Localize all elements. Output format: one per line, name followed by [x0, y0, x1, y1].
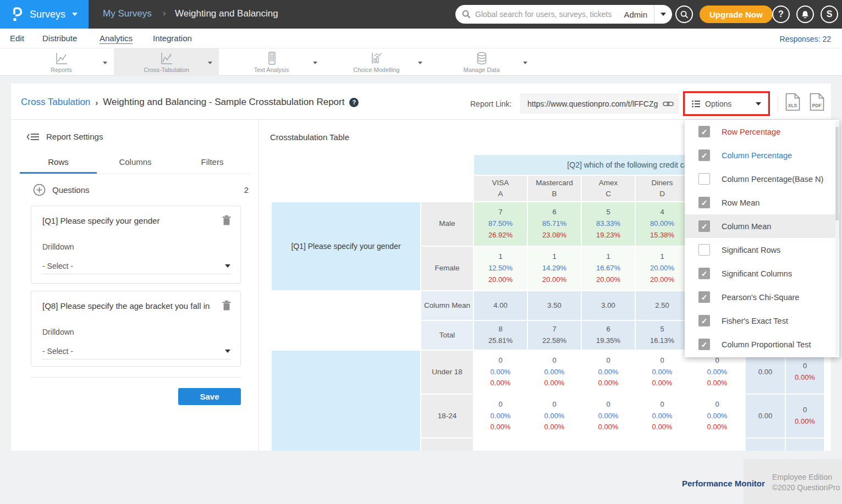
table-cell: 787.50%26.92% [474, 202, 527, 246]
product-name: Surveys [30, 9, 65, 20]
table-cell: 116.67%20.00% [582, 247, 635, 290]
nav-tab-analytics[interactable]: Analytics [100, 34, 133, 43]
search-submit-button[interactable] [675, 5, 693, 23]
copyright-label: ©2020 QuestionPro [772, 483, 840, 492]
breadcrumb-separator: › [163, 8, 166, 18]
delete-question-button[interactable] [222, 215, 232, 226]
avatar-initial: S [827, 9, 833, 19]
checkbox-checked[interactable]: ✓ [698, 126, 710, 137]
chevron-down-icon[interactable] [523, 62, 527, 64]
tab-columns[interactable]: Columns [97, 153, 174, 174]
responses-count: Responses: 22 [780, 35, 831, 43]
menu-item-significant-rows[interactable]: Significant Rows [685, 238, 839, 262]
cross-tab-chart-icon [159, 51, 174, 65]
report-help-icon[interactable]: ? [349, 98, 359, 107]
row-header-under-18: Under 18 [421, 351, 473, 394]
tool-label: Text Analysis [254, 67, 289, 73]
cross-tabulation-link[interactable]: Cross Tabulation [21, 97, 90, 108]
checkbox-unchecked[interactable] [698, 173, 710, 185]
column-header-diners: DinersD [636, 176, 689, 201]
menu-item-significant-columns[interactable]: ✓ Significant Columns [685, 262, 839, 285]
nav-tab-integration[interactable]: Integration [153, 34, 192, 43]
table-cell: 480.00%15.38% [636, 202, 689, 246]
report-url[interactable]: https://www.questionpro.com/t/lFFCZg [527, 99, 663, 108]
checkbox-unchecked[interactable] [698, 244, 710, 256]
svg-text:PDF: PDF [812, 103, 822, 108]
chevron-down-icon[interactable] [208, 62, 212, 64]
report-link-box[interactable]: https://www.questionpro.com/t/lFFCZg [520, 93, 679, 114]
table-cell: 722.58% [528, 321, 581, 350]
select-value: - Select - [42, 262, 73, 270]
menu-item-column-percentage[interactable]: ✓ Column Percentage [685, 143, 839, 167]
breadcrumb-my-surveys[interactable]: My Surveys [103, 8, 152, 19]
search-scope-dropdown[interactable] [654, 13, 672, 16]
row-group-q1-label: [Q1] Please specify your gender [272, 202, 420, 290]
dropdown-scrollbar[interactable] [835, 121, 839, 356]
report-settings-header[interactable]: Report Settings [26, 132, 103, 141]
menu-item-column-percentage-base-n[interactable]: Column Percentage(Base N) [685, 167, 839, 191]
table-cell: 3.50 [528, 291, 581, 320]
options-button[interactable]: Options [685, 93, 768, 114]
tool-text-analysis[interactable]: Text Analysis [219, 48, 324, 76]
checkbox-checked[interactable]: ✓ [698, 149, 710, 161]
tool-manage-data[interactable]: Manage Data [429, 48, 534, 76]
report-breadcrumb: Cross Tabulation › Weighting and Balanci… [21, 97, 359, 108]
xls-file-icon: XLS [785, 93, 800, 111]
export-pdf-button[interactable]: PDF [810, 93, 824, 111]
column-header-mastercard: MastercardB [528, 176, 581, 201]
performance-monitor-link[interactable]: Performance Monitor [682, 479, 765, 488]
product-switcher[interactable]: Surveys [0, 0, 89, 29]
search-input[interactable] [471, 10, 624, 19]
table-cell: 00.00%0.00% [636, 351, 689, 394]
user-avatar[interactable]: S [821, 5, 838, 23]
chevron-down-icon[interactable] [313, 62, 317, 64]
table-cell: 00.00%0.00% [474, 395, 527, 437]
tool-reports[interactable]: Reports [9, 48, 114, 76]
search-scope[interactable]: Admin [624, 10, 654, 19]
save-button[interactable]: Save [178, 388, 241, 405]
table-cell: 00.00%0.00% [582, 351, 635, 394]
drilldown-select[interactable]: - Select - [42, 258, 230, 274]
menu-item-column-proportional-test[interactable]: ✓ Column Proportional Test [685, 333, 839, 356]
nav-tab-edit[interactable]: Edit [10, 34, 24, 43]
global-search[interactable]: Admin [455, 5, 672, 24]
panel-title: Report Settings [46, 132, 103, 141]
menu-item-row-percentage[interactable]: ✓ Row Percentage [685, 120, 839, 143]
tool-label: Cross-Tabulation [144, 67, 189, 73]
checkbox-checked[interactable]: ✓ [698, 339, 710, 350]
menu-item-column-mean[interactable]: ✓ Column Mean [685, 214, 839, 238]
checkbox-checked[interactable]: ✓ [698, 197, 710, 208]
checkbox-checked[interactable]: ✓ [698, 291, 710, 303]
notifications-button[interactable] [796, 5, 814, 23]
drilldown-select[interactable]: - Select - [42, 343, 230, 359]
drilldown-label: Drilldown [42, 242, 74, 251]
checkbox-checked[interactable]: ✓ [698, 268, 710, 279]
tool-cross-tabulation[interactable]: Cross-Tabulation [114, 48, 219, 76]
trash-icon [222, 215, 232, 226]
menu-item-fishers-exact-test[interactable]: ✓ Fisher's Exact Test [685, 309, 839, 333]
menu-item-row-mean[interactable]: ✓ Row Mean [685, 191, 839, 214]
upgrade-now-button[interactable]: Upgrade Now [700, 5, 773, 23]
add-question-icon[interactable] [33, 184, 46, 196]
delete-question-button[interactable] [222, 300, 232, 311]
tool-choice-modelling[interactable]: Choice Modelling [324, 48, 429, 76]
bell-icon [801, 10, 810, 19]
survey-nav: Edit Distribute Analytics Integration Re… [0, 29, 842, 48]
questions-section-header[interactable]: Questions 2 [33, 184, 249, 196]
table-cell: 2.50 [636, 291, 689, 320]
checkbox-checked[interactable]: ✓ [698, 220, 710, 232]
table-cell: 00.00%0.00% [690, 395, 745, 437]
tab-filters[interactable]: Filters [174, 153, 251, 174]
link-icon [663, 99, 674, 109]
tab-rows[interactable]: Rows [20, 153, 97, 174]
help-button[interactable]: ? [772, 5, 790, 23]
chevron-down-icon[interactable] [103, 62, 107, 64]
table-cell: 583.33%19.23% [582, 202, 635, 246]
topbar: Surveys My Surveys › Weighting and Balan… [0, 0, 842, 29]
table-cell: 112.50%20.00% [474, 247, 527, 290]
menu-item-pearsons-chi-square[interactable]: ✓ Pearson's Chi-Square [685, 285, 839, 309]
chevron-down-icon[interactable] [418, 62, 422, 64]
export-xls-button[interactable]: XLS [785, 93, 800, 111]
nav-tab-distribute[interactable]: Distribute [42, 34, 77, 43]
checkbox-checked[interactable]: ✓ [698, 315, 710, 326]
